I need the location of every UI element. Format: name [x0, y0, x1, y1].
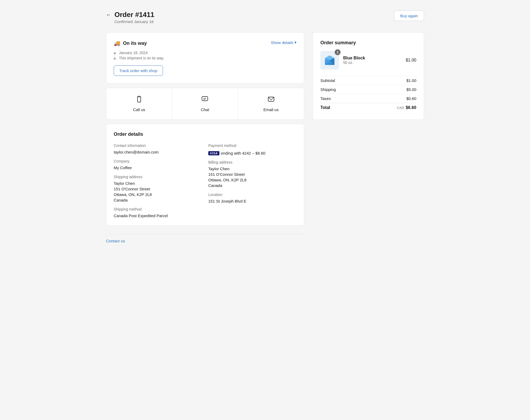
- timeline-dot-top: [114, 52, 116, 54]
- shipment-card: 🚚 On its way Show details ▾: [106, 32, 304, 84]
- payment-method-label: Payment method: [208, 143, 297, 148]
- contact-info-value: taylor.chen@domain.com: [114, 150, 202, 154]
- total-label: Total: [320, 105, 330, 110]
- payment-method-section: Payment method VISA ending with 4242 – $…: [208, 143, 297, 155]
- taxes-line: Taxes $0.60: [320, 94, 416, 103]
- order-confirmed-date: Confirmed January 16: [114, 19, 154, 24]
- shipping-method-label: Shipping method: [114, 207, 202, 211]
- product-size: 50 oz.: [343, 60, 401, 65]
- taxes-label: Taxes: [320, 96, 331, 101]
- billing-address-section: Billing address Taylor Chen 151 O'Connor…: [208, 160, 297, 188]
- location-section: Location 151 St Joseph Blvd E: [208, 192, 297, 203]
- billing-line3: Ottawa, ON, K2P 2L8: [208, 178, 297, 182]
- payment-card-value: ending with 4242 – $6.60: [221, 151, 266, 155]
- subtotal-label: Subtotal: [320, 78, 335, 83]
- order-details-card: Order details Contact information taylor…: [106, 124, 304, 226]
- location-value: 151 St Joseph Blvd E: [208, 199, 297, 203]
- company-value: My Coffee: [114, 165, 202, 170]
- phone-icon: [135, 95, 143, 105]
- product-row: 1 Blue Block 50 oz. $1.00: [320, 51, 416, 69]
- subtotal-value: $1.00: [406, 78, 416, 83]
- left-column: 🚚 On its way Show details ▾: [106, 32, 304, 243]
- billing-line2: 151 O'Connor Street: [208, 172, 297, 177]
- details-grid: Contact information taylor.chen@domain.c…: [114, 143, 297, 218]
- location-label: Location: [208, 192, 297, 197]
- shipping-address-line2: 151 O'Connor Street: [114, 187, 202, 191]
- product-info: Blue Block 50 oz.: [343, 56, 401, 65]
- shipping-label: Shipping: [320, 87, 336, 92]
- email-option[interactable]: Email us: [238, 88, 304, 119]
- shipping-value: $5.00: [406, 87, 416, 92]
- buy-again-button[interactable]: Buy again: [394, 11, 424, 21]
- contact-info-section: Contact information taylor.chen@domain.c…: [114, 143, 202, 154]
- order-summary-title: Order summary: [320, 40, 416, 46]
- contact-options: Call us Chat: [106, 88, 304, 119]
- taxes-value: $0.60: [406, 96, 416, 101]
- subtotal-line: Subtotal $1.00: [320, 76, 416, 85]
- billing-line1: Taylor Chen: [208, 167, 297, 171]
- back-button[interactable]: ←: [106, 12, 111, 18]
- chat-option[interactable]: Chat: [172, 88, 238, 119]
- payment-row: VISA ending with 4242 – $6.60: [208, 151, 297, 155]
- email-icon: [267, 95, 275, 105]
- shipping-address-line1: Taylor Chen: [114, 181, 202, 186]
- billing-address-label: Billing address: [208, 160, 297, 164]
- shipping-address-line3: Ottawa, ON, K2P 2L8: [114, 192, 202, 197]
- track-order-button[interactable]: Track order with shop: [114, 65, 163, 76]
- shipping-line: Shipping $5.00: [320, 85, 416, 94]
- page-header: ← Order #1411 Confirmed January 16 Buy a…: [106, 11, 424, 24]
- shipment-date: January 18, 2024: [119, 51, 164, 55]
- total-value: $6.60: [406, 105, 416, 110]
- shipment-status-title: On its way: [123, 41, 147, 46]
- main-layout: 🚚 On its way Show details ▾: [106, 32, 424, 243]
- timeline-line: [114, 55, 115, 56]
- shipping-method-section: Shipping method Canada Post Expedited Pa…: [114, 207, 202, 218]
- shipping-address-section: Shipping address Taylor Chen 151 O'Conno…: [114, 175, 202, 202]
- shipping-address-line4: Canada: [114, 198, 202, 202]
- company-section: Company My Coffee: [114, 159, 202, 170]
- shipment-timeline: January 18, 2024 This shipment is on its…: [114, 51, 297, 60]
- email-us-label: Email us: [263, 107, 279, 112]
- product-price: $1.00: [406, 58, 416, 63]
- contact-info-label: Contact information: [114, 143, 202, 148]
- call-us-label: Call us: [133, 107, 145, 112]
- footer-contact: Contact us: [106, 234, 304, 243]
- product-name: Blue Block: [343, 56, 401, 60]
- order-details-title: Order details: [114, 132, 297, 137]
- total-line: Total CAD $6.60: [320, 103, 416, 112]
- shipping-method-value: Canada Post Expedited Parcel: [114, 213, 202, 218]
- product-image-wrapper: 1: [320, 51, 339, 69]
- product-quantity-badge: 1: [335, 49, 341, 55]
- chevron-down-icon: ▾: [294, 40, 297, 45]
- truck-icon: 🚚: [114, 40, 120, 46]
- timeline-dot-bottom: [114, 58, 116, 60]
- show-details-button[interactable]: Show details ▾: [271, 40, 297, 45]
- right-column: Order summary: [313, 32, 424, 120]
- call-us-option[interactable]: Call us: [106, 88, 172, 119]
- total-amount: CAD $6.60: [397, 105, 417, 110]
- company-label: Company: [114, 159, 202, 163]
- shipment-description: This shipment is on its way.: [119, 56, 164, 60]
- billing-line4: Canada: [208, 183, 297, 188]
- chat-icon: [201, 95, 209, 105]
- order-title: Order #1411: [114, 11, 154, 19]
- shipping-address-label: Shipping address: [114, 175, 202, 179]
- total-currency: CAD: [397, 106, 404, 110]
- chat-label: Chat: [201, 107, 209, 112]
- contact-us-link[interactable]: Contact us: [106, 239, 125, 243]
- order-summary-card: Order summary: [313, 32, 424, 120]
- visa-icon: VISA: [208, 151, 219, 155]
- svg-rect-2: [202, 97, 208, 101]
- contact-card: Call us Chat: [106, 88, 304, 120]
